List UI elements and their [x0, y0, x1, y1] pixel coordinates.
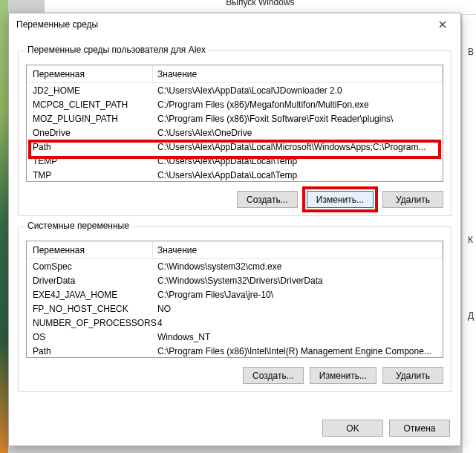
var-name: FP_NO_HOST_CHECK — [27, 304, 153, 314]
var-value: C:\Users\Alex\AppData\Local\Temp — [153, 156, 443, 166]
table-row[interactable]: ComSpecC:\Windows\system32\cmd.exe — [27, 259, 443, 273]
var-value: C:\Windows\System32\Drivers\DriverData — [153, 276, 443, 286]
user-new-button[interactable]: Создать... — [237, 191, 298, 208]
var-value: C:/Program Files (x86)/MegafonMultifon/M… — [153, 100, 443, 110]
user-delete-button[interactable]: Удалить — [382, 191, 443, 208]
var-name: OS — [27, 332, 153, 342]
var-name: TEMP — [27, 156, 153, 166]
env-variables-dialog: Переменные среды Переменные среды пользо… — [8, 13, 461, 446]
table-row[interactable]: MOZ_PLUGIN_PATHC:\Program Files (x86)\Fo… — [27, 111, 443, 126]
var-value: 4 — [153, 318, 443, 328]
var-name: MCPC8_CLIENT_PATH — [27, 100, 153, 110]
system-new-button[interactable]: Создать... — [243, 367, 304, 384]
table-row[interactable]: DriverDataC:\Windows\System32\Drivers\Dr… — [27, 273, 443, 287]
dialog-footer: OK Отмена — [322, 420, 450, 437]
table-row[interactable]: TMPC:\Users\Alex\AppData\Local\Temp — [27, 168, 443, 182]
col-header-value[interactable]: Значение — [153, 241, 443, 258]
var-name: Path — [27, 142, 153, 152]
var-value: C:\Users\Alex\OneDrive — [153, 128, 443, 138]
var-value: NO — [153, 304, 443, 314]
var-name: NUMBER_OF_PROCESSORS — [27, 318, 153, 328]
system-edit-button[interactable]: Изменить... — [310, 367, 376, 384]
table-row[interactable]: PathC:\Users\Alex\AppData\Local\Microsof… — [27, 140, 443, 154]
table-row[interactable]: PathC:\Program Files (x86)\Intel\Intel(R… — [27, 344, 443, 358]
system-delete-button[interactable]: Удалить — [382, 367, 443, 384]
side-letter: Д — [468, 310, 474, 321]
system-buttons-row: Создать... Изменить... Удалить — [26, 367, 443, 384]
col-header-variable[interactable]: Переменная — [27, 241, 153, 258]
user-variables-group: Переменные среды пользователя для Alex П… — [18, 50, 451, 216]
system-group-label: Системные переменные — [25, 221, 132, 231]
system-table-body[interactable]: ComSpecC:\Windows\system32\cmd.exe Drive… — [27, 259, 443, 358]
col-header-value[interactable]: Значение — [153, 65, 443, 82]
var-name: JD2_HOME — [27, 85, 153, 96]
var-name: OneDrive — [27, 128, 153, 138]
dialog-title: Переменные среды — [16, 19, 431, 30]
user-group-label: Переменные среды пользователя для Alex — [25, 45, 209, 55]
side-letter: К — [468, 235, 473, 245]
system-variables-group: Системные переменные Переменная Значение… — [18, 226, 451, 392]
user-table-body[interactable]: JD2_HOMEC:\Users\Alex\AppData\Local\JDow… — [27, 83, 443, 182]
var-name: TMP — [27, 170, 153, 180]
table-row[interactable]: OSWindows_NT — [27, 330, 443, 344]
edit-button-highlight-icon: Изменить... — [302, 186, 378, 212]
table-row[interactable]: MCPC8_CLIENT_PATHC:/Program Files (x86)/… — [27, 97, 443, 111]
background-wallpaper — [0, 0, 8, 453]
ok-button[interactable]: OK — [322, 420, 383, 437]
user-edit-button[interactable]: Изменить... — [307, 191, 374, 208]
table-row[interactable]: OneDriveC:\Users\Alex\OneDrive — [27, 126, 443, 140]
table-row[interactable]: FP_NO_HOST_CHECKNO — [27, 302, 443, 316]
user-variables-table[interactable]: Переменная Значение JD2_HOMEC:\Users\Ale… — [26, 65, 443, 182]
side-letter: В — [468, 47, 474, 57]
table-header: Переменная Значение — [27, 65, 443, 83]
var-name: Path — [27, 346, 153, 356]
var-value: C:\Users\Alex\AppData\Local\JDownloader … — [153, 85, 443, 96]
user-buttons-row: Создать... Изменить... Удалить — [26, 191, 443, 208]
var-value: C:\Program Files\Java\jre-10\ — [153, 290, 443, 300]
table-row[interactable]: TEMPC:\Users\Alex\AppData\Local\Temp — [27, 154, 443, 168]
var-value: C:\Users\Alex\AppData\Local\Microsoft\Wi… — [153, 142, 443, 152]
close-icon[interactable] — [431, 16, 454, 33]
col-header-variable[interactable]: Переменная — [27, 65, 153, 82]
var-value: C:\Program Files (x86)\Foxit Software\Fo… — [153, 114, 443, 124]
var-name: DriverData — [27, 276, 153, 286]
table-row[interactable]: EXE4J_JAVA_HOMEC:\Program Files\Java\jre… — [27, 287, 443, 302]
dialog-titlebar[interactable]: Переменные среды — [9, 13, 460, 36]
var-name: ComSpec — [27, 261, 153, 272]
table-row[interactable]: NUMBER_OF_PROCESSORS4 — [27, 316, 443, 330]
system-variables-table[interactable]: Переменная Значение ComSpecC:\Windows\sy… — [26, 241, 443, 358]
var-name: MOZ_PLUGIN_PATH — [27, 114, 153, 124]
var-value: C:\Windows\system32\cmd.exe — [153, 261, 443, 272]
var-value: C:\Program Files (x86)\Intel\Intel(R) Ma… — [153, 346, 443, 356]
var-value: C:\Users\Alex\AppData\Local\Temp — [153, 170, 443, 180]
table-row[interactable]: JD2_HOMEC:\Users\Alex\AppData\Local\JDow… — [27, 83, 443, 97]
table-header: Переменная Значение — [27, 241, 443, 259]
parent-window-sidebar: В К Д — [463, 15, 476, 453]
cancel-button[interactable]: Отмена — [389, 420, 450, 437]
var-value: Windows_NT — [153, 332, 443, 342]
var-name: EXE4J_JAVA_HOME — [27, 290, 153, 300]
